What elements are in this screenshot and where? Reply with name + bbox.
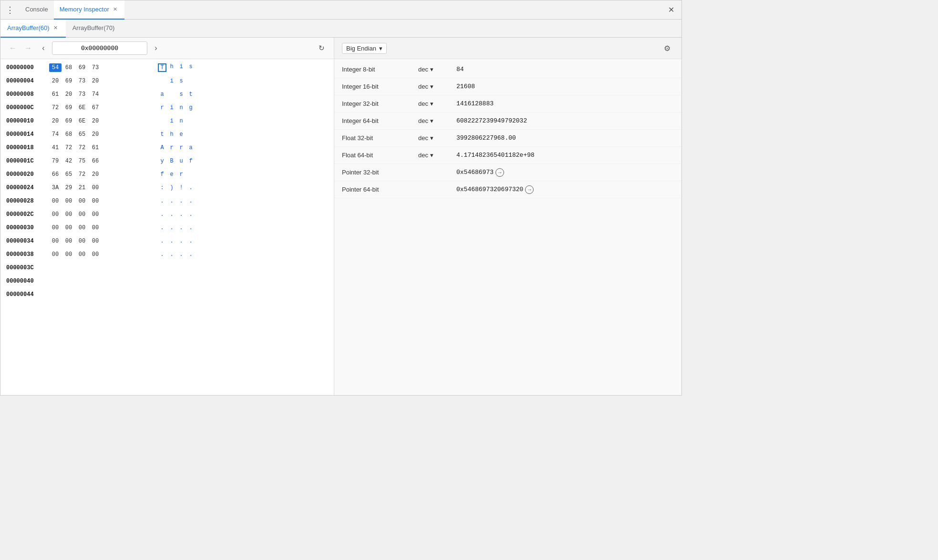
hex-char[interactable]: . <box>167 238 176 244</box>
hex-byte[interactable]: 20 <box>62 90 75 99</box>
hex-byte[interactable]: 00 <box>62 210 75 219</box>
settings-button[interactable]: ⚙ <box>660 41 674 55</box>
hex-char[interactable]: . <box>186 211 195 218</box>
hex-char[interactable]: i <box>167 118 176 124</box>
hex-char[interactable]: f <box>186 158 195 164</box>
hex-byte[interactable]: 20 <box>89 117 102 125</box>
hex-byte[interactable]: 00 <box>62 250 75 259</box>
hex-byte[interactable]: 3A <box>49 183 62 192</box>
hex-char[interactable]: g <box>186 104 195 111</box>
hex-byte[interactable]: 73 <box>76 77 88 85</box>
forward-button[interactable]: → <box>21 41 35 55</box>
hex-byte[interactable]: 6E <box>76 117 88 125</box>
hex-char[interactable]: h <box>167 131 176 138</box>
prev-page-button[interactable]: ‹ <box>37 41 50 55</box>
hex-byte[interactable]: 00 <box>89 183 102 192</box>
hex-byte[interactable]: 74 <box>49 130 62 139</box>
hex-byte[interactable]: 20 <box>89 170 102 179</box>
hex-byte[interactable]: 75 <box>76 157 88 165</box>
hex-char[interactable]: . <box>167 251 176 258</box>
dots-menu-icon[interactable]: ⋮ <box>4 4 16 16</box>
hex-char[interactable]: . <box>158 251 166 258</box>
hex-byte[interactable]: 65 <box>76 130 88 139</box>
hex-char[interactable]: i <box>167 78 176 84</box>
hex-byte[interactable]: 66 <box>49 170 62 179</box>
hex-char[interactable] <box>158 118 166 124</box>
tab-console[interactable]: Console <box>20 0 54 20</box>
hex-byte[interactable]: 21 <box>76 183 88 192</box>
hex-char[interactable] <box>186 78 195 84</box>
hex-char[interactable]: . <box>186 184 195 191</box>
hex-char[interactable]: y <box>158 158 166 164</box>
hex-byte[interactable]: 72 <box>76 170 88 179</box>
hex-byte[interactable]: 74 <box>89 90 102 99</box>
hex-byte[interactable]: 20 <box>89 77 102 85</box>
hex-byte[interactable]: 00 <box>76 210 88 219</box>
hex-char[interactable] <box>186 118 195 124</box>
hex-byte[interactable]: 00 <box>49 237 62 245</box>
hex-byte[interactable]: 72 <box>76 143 88 152</box>
format-dropdown[interactable]: dec ▾ <box>418 66 456 73</box>
hex-char[interactable] <box>186 131 195 138</box>
hex-char[interactable]: . <box>158 211 166 218</box>
hex-char[interactable]: ) <box>167 184 176 191</box>
hex-char[interactable]: r <box>158 104 166 111</box>
hex-byte[interactable]: 29 <box>62 183 75 192</box>
hex-byte[interactable]: 66 <box>89 157 102 165</box>
hex-char[interactable] <box>158 78 166 84</box>
hex-byte[interactable]: 00 <box>76 197 88 205</box>
hex-byte[interactable]: 68 <box>62 63 75 72</box>
hex-byte[interactable]: 00 <box>89 197 102 205</box>
hex-byte[interactable]: 00 <box>62 237 75 245</box>
format-dropdown[interactable]: dec ▾ <box>418 117 456 124</box>
close-window-button[interactable]: ✕ <box>664 3 678 17</box>
refresh-button[interactable]: ↻ <box>315 41 328 55</box>
hex-char[interactable]: a <box>186 144 195 151</box>
hex-char[interactable]: i <box>177 63 186 72</box>
format-dropdown[interactable]: dec ▾ <box>418 152 456 159</box>
hex-char[interactable]: . <box>177 211 186 218</box>
hex-char[interactable]: . <box>167 198 176 204</box>
hex-byte[interactable]: 00 <box>89 210 102 219</box>
hex-char[interactable]: . <box>186 224 195 231</box>
address-input[interactable] <box>52 41 147 55</box>
hex-char[interactable]: r <box>177 144 186 151</box>
hex-byte[interactable]: 69 <box>62 103 75 112</box>
hex-byte[interactable]: 72 <box>49 103 62 112</box>
hex-byte[interactable]: 61 <box>89 143 102 152</box>
format-dropdown[interactable]: dec ▾ <box>418 134 456 142</box>
hex-byte[interactable]: 42 <box>62 157 75 165</box>
hex-char[interactable]: . <box>158 238 166 244</box>
hex-char[interactable]: i <box>167 104 176 111</box>
value-format-selector[interactable]: dec ▾ <box>418 66 456 73</box>
pointer32-follow-link[interactable]: → <box>495 168 504 177</box>
hex-byte[interactable]: 73 <box>89 63 102 72</box>
hex-byte[interactable]: 79 <box>49 157 62 165</box>
hex-byte[interactable]: 54 <box>49 63 62 72</box>
buffer-tab-60[interactable]: ArrayBuffer(60) ✕ <box>0 20 66 38</box>
hex-byte[interactable]: 00 <box>62 224 75 232</box>
hex-byte[interactable]: 20 <box>89 130 102 139</box>
hex-byte[interactable]: 00 <box>49 210 62 219</box>
hex-byte[interactable]: 00 <box>49 197 62 205</box>
hex-byte[interactable]: 00 <box>49 250 62 259</box>
tab-memory-inspector[interactable]: Memory Inspector ✕ <box>54 0 124 20</box>
hex-char[interactable]: h <box>167 63 176 72</box>
hex-char[interactable]: T <box>158 63 166 72</box>
endian-dropdown[interactable]: Big Endian ▾ <box>342 43 387 54</box>
buffer-tab-60-close-icon[interactable]: ✕ <box>52 25 59 31</box>
hex-byte[interactable]: 69 <box>62 77 75 85</box>
hex-char[interactable]: t <box>158 131 166 138</box>
hex-char[interactable]: a <box>158 91 166 98</box>
hex-byte[interactable]: 20 <box>49 117 62 125</box>
hex-char[interactable]: u <box>177 158 186 164</box>
hex-byte[interactable]: 00 <box>62 197 75 205</box>
hex-char[interactable]: . <box>158 224 166 231</box>
back-button[interactable]: ← <box>6 41 20 55</box>
hex-char[interactable]: r <box>177 171 186 178</box>
hex-char[interactable]: . <box>186 198 195 204</box>
hex-byte[interactable]: 00 <box>76 250 88 259</box>
hex-byte[interactable]: 73 <box>76 90 88 99</box>
hex-char[interactable]: n <box>177 104 186 111</box>
hex-char[interactable]: A <box>158 144 166 151</box>
